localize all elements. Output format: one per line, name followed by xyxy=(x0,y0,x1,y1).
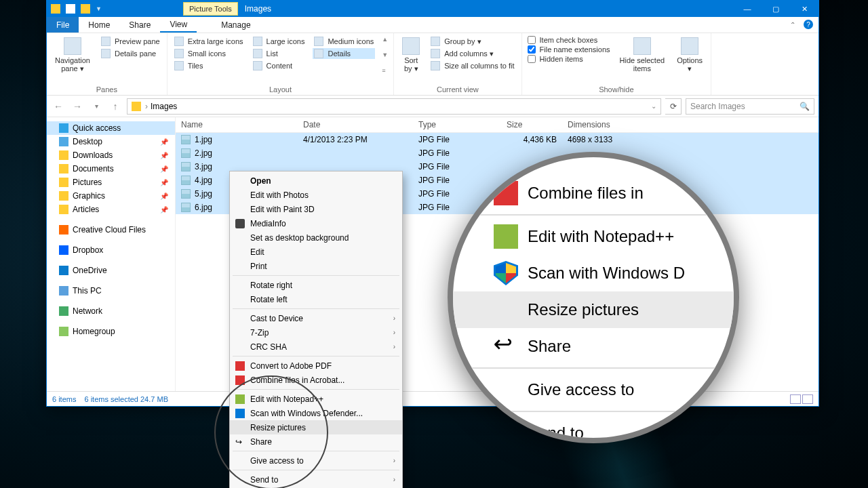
ctx-rotate-right[interactable]: Rotate right xyxy=(230,278,402,292)
file-dimensions: 4698 x 3133 xyxy=(562,133,818,146)
address-bar[interactable]: › Images ⌄ xyxy=(127,98,661,115)
ctx-mediainfo[interactable]: MediaInfo xyxy=(230,216,402,230)
search-placeholder: Search Images xyxy=(690,102,745,111)
nav-dropbox[interactable]: Dropbox xyxy=(47,243,175,257)
ctx-give-access[interactable]: Give access to› xyxy=(230,453,402,468)
file-row[interactable]: 2.jpgJPG File xyxy=(176,146,818,160)
nav-onedrive[interactable]: OneDrive xyxy=(47,264,175,277)
sort-by-button[interactable]: Sort by ▾ xyxy=(399,36,422,75)
navigation-pane-button[interactable]: Navigation pane ▾ xyxy=(52,36,93,75)
medium-icons-button[interactable]: Medium icons xyxy=(313,36,375,47)
maximize-button[interactable]: ▢ xyxy=(762,1,790,17)
scroll-up-icon[interactable]: ▲ xyxy=(382,36,388,43)
expand-gallery-icon[interactable]: ≡ xyxy=(382,67,388,74)
help-button[interactable]: ? xyxy=(804,20,813,29)
ctx-send-to[interactable]: Send to› xyxy=(230,472,402,487)
extra-large-icons-button[interactable]: Extra large icons xyxy=(173,36,245,47)
small-icons-button[interactable]: Small icons xyxy=(173,48,245,59)
preview-pane-button[interactable]: Preview pane xyxy=(100,36,161,47)
downloads-icon xyxy=(59,150,68,160)
collapse-ribbon-icon[interactable]: ⌃ xyxy=(790,21,795,28)
col-size[interactable]: Size xyxy=(501,117,562,132)
forward-button[interactable]: → xyxy=(70,99,85,114)
nav-graphics[interactable]: Graphics📌 xyxy=(47,189,175,203)
tab-share[interactable]: Share xyxy=(119,17,160,33)
ctx-cast[interactable]: Cast to Device› xyxy=(230,311,402,325)
thumbnails-view-icon[interactable] xyxy=(802,394,813,404)
col-date[interactable]: Date xyxy=(298,117,413,132)
nav-documents[interactable]: Documents📌 xyxy=(47,162,175,176)
nav-network[interactable]: Network xyxy=(47,304,175,318)
ctx-set-background[interactable]: Set as desktop background xyxy=(230,230,402,245)
file-row[interactable]: 1.jpg4/1/2013 2:23 PMJPG File4,436 KB469… xyxy=(176,133,818,146)
up-button[interactable]: ↑ xyxy=(108,99,123,114)
content-button[interactable]: Content xyxy=(252,60,307,71)
details-view-icon[interactable] xyxy=(790,394,801,404)
scroll-down-icon[interactable]: ▼ xyxy=(382,52,388,58)
nav-desktop[interactable]: Desktop📌 xyxy=(47,135,175,148)
ctx-defender[interactable]: Scan with Windows Defender... xyxy=(230,406,402,420)
ctx-7zip[interactable]: 7-Zip› xyxy=(230,325,402,340)
ctx-print[interactable]: Print xyxy=(230,259,402,273)
options-button[interactable]: Options ▾ xyxy=(674,36,705,75)
folder-icon xyxy=(59,205,68,214)
size-columns-button[interactable]: Size all columns to fit xyxy=(429,60,515,71)
chevron-down-icon[interactable]: ⌄ xyxy=(651,102,656,110)
add-columns-button[interactable]: Add columns ▾ xyxy=(429,48,515,59)
nav-this-pc[interactable]: This PC xyxy=(47,284,175,298)
documents-icon xyxy=(59,164,68,174)
tab-manage[interactable]: Manage xyxy=(212,17,260,33)
ctx-edit-photos[interactable]: Edit with Photos xyxy=(230,188,402,202)
search-input[interactable]: Search Images 🔍 xyxy=(686,98,814,115)
ctx-rotate-left[interactable]: Rotate left xyxy=(230,292,402,306)
tab-view[interactable]: View xyxy=(160,17,197,33)
large-icons-button[interactable]: Large icons xyxy=(252,36,307,47)
navigation-pane: Quick access Desktop📌 Downloads📌 Documen… xyxy=(47,117,176,391)
close-button[interactable]: ✕ xyxy=(790,1,818,17)
file-extensions-toggle[interactable]: File name extensions xyxy=(528,45,610,54)
recent-locations-icon[interactable]: ▾ xyxy=(89,99,104,114)
properties-icon[interactable] xyxy=(66,4,75,14)
tab-file[interactable]: File xyxy=(47,17,79,33)
ctx-share[interactable]: ↪Share xyxy=(230,434,402,449)
nav-creative-cloud[interactable]: Creative Cloud Files xyxy=(47,223,175,237)
ctx-convert-pdf[interactable]: Convert to Adobe PDF xyxy=(230,359,402,373)
group-by-button[interactable]: Group by ▾ xyxy=(429,36,515,47)
ctx-combine-acrobat[interactable]: Combine files in Acrobat... xyxy=(230,373,402,387)
new-folder-icon[interactable] xyxy=(81,4,90,14)
details-view-button[interactable]: Details xyxy=(313,48,375,59)
image-file-icon xyxy=(181,162,191,171)
nav-homegroup[interactable]: Homegroup xyxy=(47,325,175,338)
col-name[interactable]: Name xyxy=(176,117,298,132)
ctx-resize-pictures[interactable]: Resize pictures xyxy=(230,420,402,434)
minimize-button[interactable]: — xyxy=(733,1,762,17)
qat-dropdown-icon[interactable]: ▼ xyxy=(96,5,102,12)
details-pane-button[interactable]: Details pane xyxy=(100,48,161,59)
file-type: JPG File xyxy=(413,160,501,174)
star-icon xyxy=(59,123,68,133)
ctx-edit-paint3d[interactable]: Edit with Paint 3D xyxy=(230,202,402,216)
nav-articles[interactable]: Articles📌 xyxy=(47,203,175,216)
col-type[interactable]: Type xyxy=(413,117,501,132)
list-button[interactable]: List xyxy=(252,48,307,59)
nav-quick-access[interactable]: Quick access xyxy=(47,121,175,135)
network-icon xyxy=(59,306,68,316)
pin-icon: 📌 xyxy=(160,165,168,173)
ctx-crc-sha[interactable]: CRC SHA› xyxy=(230,340,402,354)
ctx-notepadpp[interactable]: Edit with Notepad++ xyxy=(230,392,402,406)
folder-icon xyxy=(51,4,60,14)
file-type: JPG File xyxy=(413,133,501,146)
hidden-items-toggle[interactable]: Hidden items xyxy=(528,55,610,63)
item-checkboxes-toggle[interactable]: Item check boxes xyxy=(528,36,610,44)
col-dimensions[interactable]: Dimensions xyxy=(562,117,818,132)
breadcrumb[interactable]: Images xyxy=(151,102,177,111)
back-button[interactable]: ← xyxy=(51,99,66,114)
refresh-button[interactable]: ⟳ xyxy=(665,98,682,115)
ctx-edit[interactable]: Edit xyxy=(230,245,402,259)
ctx-open[interactable]: Open xyxy=(230,174,402,188)
nav-downloads[interactable]: Downloads📌 xyxy=(47,148,175,162)
hide-selected-button[interactable]: Hide selected items xyxy=(617,36,668,74)
nav-pictures[interactable]: Pictures📌 xyxy=(47,176,175,189)
tiles-button[interactable]: Tiles xyxy=(173,60,245,71)
tab-home[interactable]: Home xyxy=(79,17,119,33)
